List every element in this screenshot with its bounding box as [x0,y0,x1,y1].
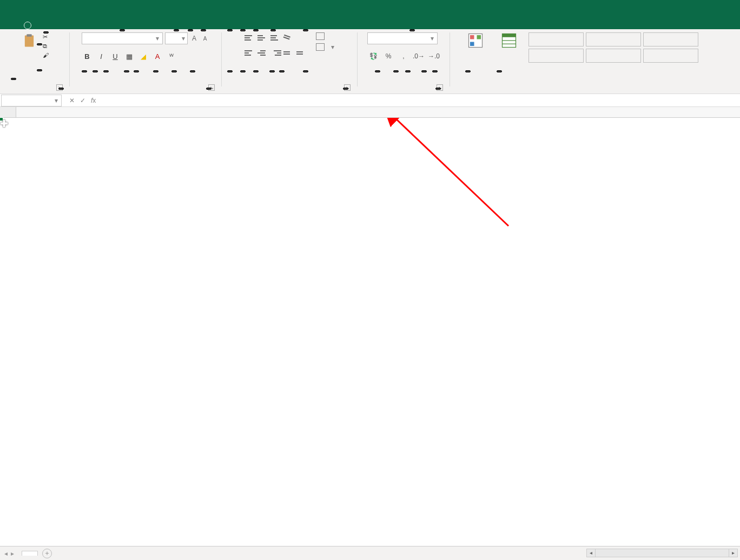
clipboard-dialog-launcher[interactable]: ↘ [56,84,63,91]
selection-overlay [0,118,2,120]
style-good[interactable] [643,32,698,46]
fill-handle[interactable] [0,117,3,121]
style-neutral[interactable] [528,49,584,63]
ribbon-tabs [0,14,740,29]
group-alignment: ▾ ↘ [227,32,352,91]
group-clipboard: ✂ ⧉ 🖌 ↘ [4,32,64,91]
merge-center-button[interactable]: ▾ [316,43,334,51]
svg-rect-0 [24,36,33,47]
ribbon: ✂ ⧉ 🖌 ↘ ▾ ▾ A A B I U ▦ [0,29,740,94]
fill-color-button[interactable]: ◢ [138,51,149,62]
keyhint [227,29,233,31]
conditional-formatting-button[interactable] [461,32,490,49]
decrease-decimal-button[interactable]: →.0 [428,51,440,62]
copy-button[interactable]: ⧉ [43,43,51,50]
style-normal[interactable] [528,32,584,46]
decrease-font-icon[interactable]: A [201,32,209,44]
orientation-button[interactable] [282,31,296,45]
style-check[interactable] [643,49,698,63]
keyhint [188,29,193,31]
group-number: ▾ 💱 % , .0→ →.0 ↘ [363,32,444,91]
wrap-text-button[interactable] [316,32,334,40]
title-bar [0,0,740,14]
keyhint [270,29,276,31]
align-bottom-button[interactable] [270,32,281,43]
style-bad[interactable] [586,32,641,46]
align-right-button[interactable] [270,48,281,58]
keyhint [303,29,308,31]
align-middle-button[interactable] [257,32,268,43]
sheet-tab[interactable] [22,551,38,556]
number-dialog-launcher[interactable]: ↘ [437,84,443,91]
tell-me[interactable] [24,22,35,29]
spreadsheet-grid[interactable]: ✚ [0,107,740,560]
svg-rect-3 [470,35,474,39]
formula-input[interactable] [102,95,740,106]
horizontal-scrollbar[interactable]: ◂▸ [586,549,738,557]
cancel-formula-icon[interactable]: ✕ [69,97,75,104]
paste-button[interactable] [18,32,41,70]
font-name-select[interactable]: ▾ [82,32,163,44]
wrap-icon [316,32,325,40]
annotation-arrow [0,118,740,560]
accounting-format-button[interactable]: 💱 [367,51,379,62]
svg-rect-7 [503,34,516,37]
border-button[interactable]: ▦ [124,51,135,62]
scissors-icon: ✂ [43,34,48,41]
keyhint [120,29,125,31]
percent-format-button[interactable]: % [382,51,394,62]
font-dialog-launcher[interactable]: ↘ [208,84,215,91]
underline-button[interactable]: U [110,51,121,62]
align-left-button[interactable] [245,48,255,58]
active-cell [1,119,2,120]
select-all-corner[interactable] [0,107,16,117]
keyhint [174,29,179,31]
format-painter-button[interactable]: 🖌 [43,52,51,58]
italic-button[interactable]: I [96,51,107,62]
sheet-nav-arrows[interactable]: ◂▸ [4,550,14,557]
copy-icon: ⧉ [43,43,47,50]
align-top-button[interactable] [245,32,255,43]
svg-rect-4 [477,35,481,39]
alignment-dialog-launcher[interactable]: ↘ [344,84,351,91]
align-center-button[interactable] [257,48,268,58]
decrease-indent-button[interactable] [283,48,294,58]
column-headers[interactable] [0,107,740,118]
font-size-select[interactable]: ▾ [165,32,188,44]
keyhint [11,78,16,80]
increase-indent-button[interactable] [296,48,307,58]
font-color-button[interactable]: A [152,51,163,62]
increase-decimal-button[interactable]: .0→ [413,51,425,62]
add-sheet-button[interactable]: ＋ [42,549,52,558]
keyhint [227,70,233,72]
fx-icon[interactable]: fx [91,97,96,104]
svg-rect-5 [470,42,474,46]
svg-line-10 [395,118,508,226]
keyhint [201,29,206,31]
phonetic-button[interactable]: ᵂ [166,51,177,62]
name-box[interactable]: ▾ [1,95,62,106]
sheet-tab-bar: ◂▸ ＋ ◂▸ [0,546,740,560]
keyhint [409,29,415,31]
group-styles [455,32,704,91]
bulb-icon [24,22,31,29]
formula-bar: ▾ ✕ ✓ fx [0,94,740,107]
svg-rect-1 [27,34,31,37]
keyhint [253,29,259,31]
number-format-select[interactable]: ▾ [367,32,438,44]
enter-formula-icon[interactable]: ✓ [80,97,85,104]
comma-format-button[interactable]: , [398,51,409,62]
style-calc[interactable] [586,49,641,63]
format-as-table-button[interactable] [495,32,523,49]
cursor-plus-icon: ✚ [0,118,8,130]
keyhint [240,29,246,31]
cut-button[interactable]: ✂ [43,34,51,41]
brush-icon: 🖌 [43,52,49,58]
group-font: ▾ ▾ A A B I U ▦ ◢ A ᵂ ↘ [75,32,216,91]
cell-styles-gallery[interactable] [528,32,698,63]
tab-file[interactable] [3,23,18,29]
increase-font-icon[interactable]: A [190,32,199,44]
merge-icon [316,43,325,51]
bold-button[interactable]: B [82,51,93,62]
